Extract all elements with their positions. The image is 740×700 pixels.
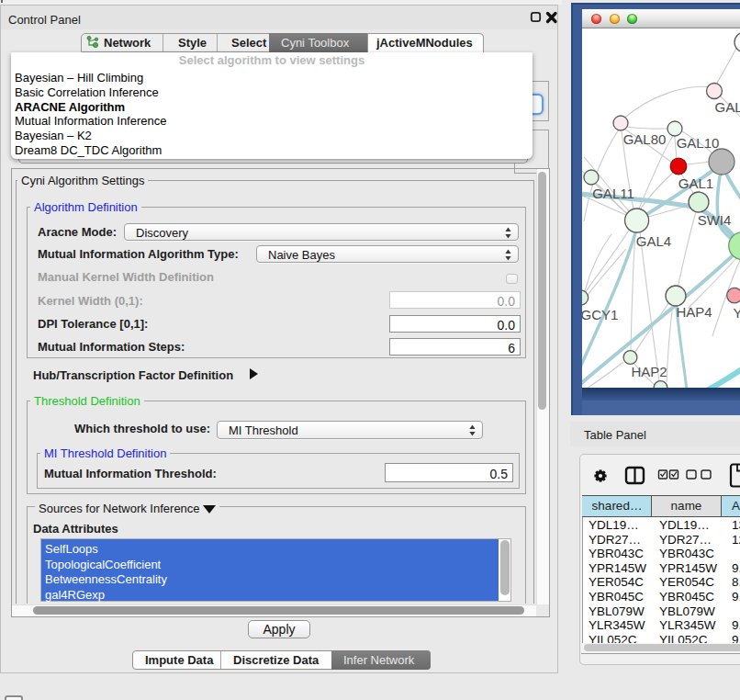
svg-text:GCY1: GCY1 — [582, 307, 618, 322]
svg-text:GAL7: GAL7 — [715, 99, 740, 115]
svg-text:GAL4: GAL4 — [636, 233, 671, 249]
svg-text:GAL10: GAL10 — [677, 135, 720, 151]
svg-text:HAP2: HAP2 — [631, 364, 667, 379]
svg-text:YM: YM — [734, 305, 740, 321]
svg-text:SWI4: SWI4 — [698, 212, 732, 228]
svg-text:GAL1: GAL1 — [678, 175, 713, 191]
svg-text:GAL80: GAL80 — [623, 131, 667, 147]
svg-text:GAL11: GAL11 — [592, 186, 634, 201]
svg-text:HAP4: HAP4 — [676, 304, 712, 320]
